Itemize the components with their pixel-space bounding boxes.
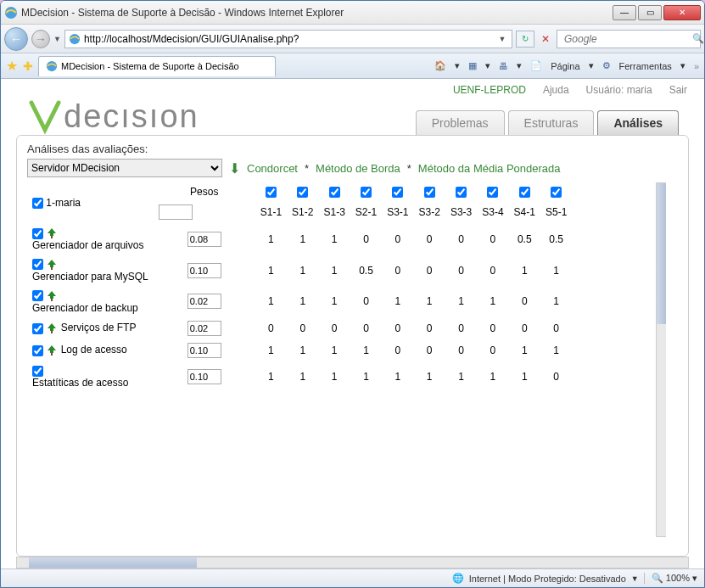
tree-icon[interactable] bbox=[46, 259, 58, 271]
cell-value: 0 bbox=[414, 223, 445, 255]
status-zone: Internet | Modo Protegido: Desativado bbox=[469, 574, 626, 584]
add-favorite-icon[interactable]: ✚ bbox=[23, 59, 33, 73]
search-icon[interactable]: 🔍 bbox=[692, 33, 704, 44]
address-bar[interactable]: ▼ bbox=[64, 30, 512, 48]
vertical-scrollbar[interactable] bbox=[656, 182, 668, 537]
address-dropdown-icon[interactable]: ▼ bbox=[496, 35, 508, 43]
close-button[interactable]: ✕ bbox=[663, 5, 701, 20]
tree-icon[interactable] bbox=[46, 290, 58, 302]
horizontal-scrollbar[interactable] bbox=[16, 557, 689, 568]
zoom-level[interactable]: 🔍 100% ▾ bbox=[644, 573, 697, 584]
pesos-header-input[interactable] bbox=[159, 204, 193, 220]
cell-value: 1 bbox=[255, 361, 287, 392]
cell-value: 0 bbox=[445, 339, 477, 361]
page-menu-icon[interactable]: 📄 bbox=[530, 60, 542, 71]
cell-value: 0 bbox=[445, 223, 477, 255]
row-check[interactable] bbox=[32, 323, 43, 334]
tools-icon[interactable]: ⚙ bbox=[602, 60, 611, 71]
tab-problemas[interactable]: Problemas bbox=[416, 110, 505, 135]
col-check[interactable] bbox=[329, 187, 340, 198]
row-check[interactable] bbox=[32, 259, 43, 270]
cell-value: 1 bbox=[477, 286, 508, 317]
table-row: Gerenciador para MySQL1110.5000011 bbox=[27, 255, 572, 286]
maximize-button[interactable]: ▭ bbox=[638, 5, 662, 20]
search-box[interactable]: G 🔍 bbox=[557, 30, 701, 48]
window-title: MDecision - Sistema de Suporte à Decisão… bbox=[21, 7, 613, 19]
peso-input[interactable] bbox=[187, 263, 221, 278]
peso-input[interactable] bbox=[187, 232, 221, 247]
col-check[interactable] bbox=[392, 187, 403, 198]
cell-value: 1 bbox=[445, 361, 477, 392]
page-menu[interactable]: Página bbox=[551, 61, 579, 71]
tools-menu[interactable]: Ferramentas bbox=[619, 61, 672, 71]
check-all[interactable] bbox=[32, 198, 43, 209]
cell-value: 1 bbox=[414, 286, 445, 317]
peso-input[interactable] bbox=[187, 321, 221, 336]
col-header: S3-3 bbox=[445, 201, 477, 223]
evaluation-select[interactable]: Servidor MDecision bbox=[27, 159, 222, 177]
favorites-icon[interactable]: ★ bbox=[6, 58, 18, 74]
tab-estruturas[interactable]: Estruturas bbox=[508, 110, 595, 135]
home-icon[interactable]: 🏠 bbox=[434, 60, 446, 71]
method-media[interactable]: Método da Média Ponderada bbox=[418, 162, 561, 175]
row-label: Serviços de FTP bbox=[61, 322, 137, 333]
tree-icon[interactable] bbox=[46, 227, 58, 239]
row-check[interactable] bbox=[32, 366, 43, 377]
row-check[interactable] bbox=[32, 345, 43, 356]
minimize-button[interactable]: — bbox=[613, 5, 636, 20]
tab-analises[interactable]: Análises bbox=[597, 110, 679, 135]
help-link[interactable]: Ajuda bbox=[543, 84, 569, 96]
col-header: S1-2 bbox=[287, 201, 318, 223]
row-check[interactable] bbox=[32, 290, 43, 301]
security-dropdown[interactable]: ▼ bbox=[631, 574, 639, 583]
method-borda[interactable]: Método de Borda bbox=[316, 162, 400, 175]
peso-input[interactable] bbox=[187, 343, 221, 358]
cell-value: 1 bbox=[509, 255, 540, 286]
cell-value: 1 bbox=[350, 361, 382, 392]
cell-value: 0 bbox=[255, 317, 287, 339]
peso-input[interactable] bbox=[187, 294, 221, 309]
row-check[interactable] bbox=[32, 228, 43, 239]
nav-dropdown-icon[interactable]: ▼ bbox=[53, 35, 61, 43]
col-check[interactable] bbox=[551, 187, 562, 198]
method-condorcet[interactable]: Condorcet bbox=[247, 162, 298, 175]
cell-value: 0 bbox=[477, 255, 508, 286]
back-button[interactable]: ← bbox=[4, 27, 28, 51]
col-check[interactable] bbox=[266, 187, 277, 198]
cell-value: 0 bbox=[509, 317, 540, 339]
cell-value: 1 bbox=[318, 286, 350, 317]
forward-button[interactable]: → bbox=[31, 30, 50, 48]
globe-icon: 🌐 bbox=[452, 573, 464, 584]
row-label: Log de acesso bbox=[61, 344, 127, 356]
col-check[interactable] bbox=[519, 187, 530, 198]
row-label: Gerenciador de arquivos bbox=[32, 239, 143, 251]
download-icon[interactable]: ⬇ bbox=[229, 160, 240, 176]
tree-icon[interactable] bbox=[46, 344, 58, 356]
cell-value: 1 bbox=[540, 286, 572, 317]
peso-input[interactable] bbox=[187, 369, 221, 384]
cell-value: 1 bbox=[287, 286, 318, 317]
cell-value: 1 bbox=[382, 361, 413, 392]
url-input[interactable] bbox=[84, 33, 496, 45]
tab-title: MDecision - Sistema de Suporte à Decisão bbox=[61, 61, 239, 71]
col-check[interactable] bbox=[297, 187, 308, 198]
uenf-link[interactable]: UENF-LEPROD bbox=[453, 84, 526, 96]
print-icon[interactable]: 🖶 bbox=[499, 61, 508, 71]
logo: decısıon bbox=[26, 98, 199, 135]
chevrons-icon[interactable]: » bbox=[694, 61, 699, 71]
col-check[interactable] bbox=[456, 187, 467, 198]
col-check[interactable] bbox=[487, 187, 498, 198]
refresh-button[interactable]: ↻ bbox=[516, 31, 534, 48]
col-check[interactable] bbox=[361, 187, 372, 198]
logout-link[interactable]: Sair bbox=[669, 84, 687, 96]
feeds-icon[interactable]: ▦ bbox=[468, 60, 477, 71]
cell-value: 0 bbox=[382, 339, 413, 361]
ie-small-icon bbox=[69, 33, 81, 45]
tree-icon[interactable] bbox=[46, 322, 58, 334]
browser-tab[interactable]: MDecision - Sistema de Suporte à Decisão bbox=[38, 56, 276, 76]
search-input[interactable] bbox=[561, 33, 692, 45]
col-check[interactable] bbox=[424, 187, 435, 198]
cell-value: 1 bbox=[318, 339, 350, 361]
cell-value: 1 bbox=[382, 286, 413, 317]
stop-button[interactable]: ✕ bbox=[538, 33, 553, 45]
